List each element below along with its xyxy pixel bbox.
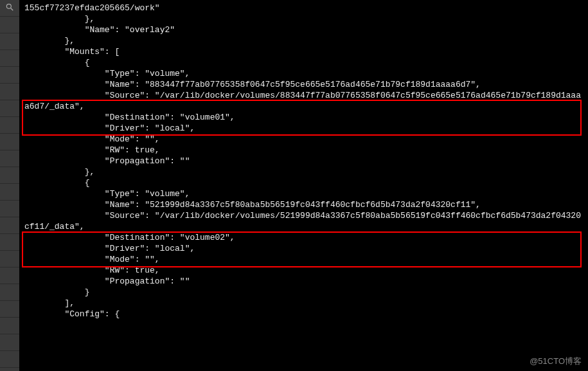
code-line: "Destination": "volume02", [24, 233, 235, 242]
code-line: "Driver": "local", [24, 244, 195, 253]
code-line: ], [24, 298, 75, 308]
code-line: "Mounts": [ [24, 47, 120, 57]
sidebar-slot-11[interactable] [0, 184, 19, 201]
code-line: } [24, 287, 89, 297]
code-line: }, [24, 14, 94, 24]
terminal-output[interactable]: 155cf77237efdac205665/work" }, "Name": "… [19, 0, 588, 322]
sidebar-slot-12[interactable] [0, 201, 19, 217]
code-line: "Mode": "", [24, 134, 160, 144]
code-line: "Type": "volume", [24, 189, 190, 199]
sidebar-slot-15[interactable] [0, 251, 19, 267]
sidebar-slot-7[interactable] [0, 117, 19, 134]
sidebar-slot-9[interactable] [0, 150, 19, 167]
code-line: "Source": "/var/lib/docker/volumes/88344… [24, 91, 581, 111]
code-line: }, [24, 167, 94, 177]
code-line: "Propagation": "" [24, 156, 190, 166]
sidebar-slot-21[interactable] [0, 351, 19, 368]
code-line: "Name": "overlay2" [24, 25, 175, 35]
sidebar-search[interactable] [0, 0, 19, 17]
code-line: 155cf77237efdac205665/work" [24, 3, 160, 13]
sidebar-slot-19[interactable] [0, 318, 19, 334]
code-line: "Name": "521999d84a3367c5f80aba5b56519fc… [24, 200, 481, 210]
sidebar-slot-18[interactable] [0, 301, 19, 318]
sidebar-slot-13[interactable] [0, 217, 19, 234]
code-line: { [24, 58, 89, 68]
code-line: "Mode": "", [24, 255, 160, 264]
sidebar-slot-6[interactable] [0, 100, 19, 117]
sidebar-slot-1[interactable] [0, 17, 19, 33]
code-line: { [24, 178, 89, 188]
sidebar-slot-4[interactable] [0, 67, 19, 84]
search-icon [5, 3, 14, 14]
sidebar-slot-5[interactable] [0, 84, 19, 100]
code-line: "RW": true, [24, 145, 160, 155]
code-line: "Destination": "volume01", [24, 113, 235, 122]
sidebar-slot-14[interactable] [0, 234, 19, 251]
code-line: "Driver": "local", [24, 123, 195, 133]
code-line: "Type": "volume", [24, 69, 190, 78]
sidebar-slot-17[interactable] [0, 284, 19, 301]
sidebar [0, 0, 19, 371]
sidebar-slot-16[interactable] [0, 267, 19, 284]
watermark: @51CTO博客 [530, 356, 582, 367]
code-line: "Name": "883447f77ab07765358f0647c5f95ce… [24, 80, 481, 89]
sidebar-slot-3[interactable] [0, 50, 19, 67]
code-line: "Propagation": "" [24, 276, 190, 286]
svg-line-1 [11, 8, 13, 10]
sidebar-slot-20[interactable] [0, 334, 19, 351]
code-line: "RW": true, [24, 266, 160, 275]
sidebar-slot-2[interactable] [0, 33, 19, 50]
sidebar-slot-8[interactable] [0, 134, 19, 150]
svg-point-0 [6, 4, 11, 8]
code-line: "Source": "/var/lib/docker/volumes/52199… [24, 211, 581, 231]
sidebar-slot-10[interactable] [0, 167, 19, 184]
code-line: }, [24, 36, 75, 46]
code-line: "Config": { [24, 309, 120, 319]
